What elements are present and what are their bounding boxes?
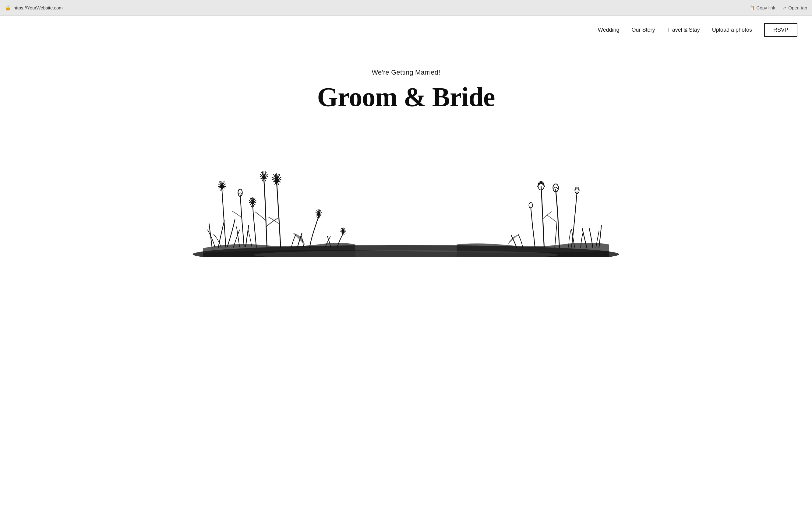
hero-subtitle: We're Getting Married!: [372, 69, 440, 76]
lock-icon: 🔒: [5, 5, 11, 11]
website-content: Wedding Our Story Travel & Stay Upload a…: [0, 16, 812, 531]
navigation: Wedding Our Story Travel & Stay Upload a…: [0, 16, 812, 44]
svg-point-10: [529, 203, 533, 208]
url-text: https://YourWebsite.com: [13, 5, 63, 10]
hero-section: We're Getting Married! Groom & Bride: [0, 44, 812, 257]
copy-icon: 📋: [749, 5, 755, 11]
svg-point-9: [553, 184, 559, 192]
svg-point-4: [238, 189, 243, 196]
svg-point-12: [254, 250, 558, 257]
svg-point-0: [193, 245, 619, 257]
nav-upload-photos[interactable]: Upload a photos: [712, 27, 752, 33]
svg-point-2: [275, 178, 279, 183]
hero-title: Groom & Bride: [317, 83, 495, 112]
svg-point-5: [317, 213, 320, 216]
nav-wedding[interactable]: Wedding: [598, 27, 620, 33]
svg-point-1: [262, 176, 266, 179]
address-bar: 🔒 https://YourWebsite.com: [5, 5, 63, 11]
open-tab-icon: ↗: [782, 5, 786, 11]
nav-travel-stay[interactable]: Travel & Stay: [667, 27, 700, 33]
browser-actions: 📋 Copy link ↗ Open tab: [749, 5, 807, 11]
svg-point-8: [538, 181, 544, 190]
nav-our-story[interactable]: Our Story: [632, 27, 655, 33]
open-tab-button[interactable]: ↗ Open tab: [782, 5, 807, 11]
browser-chrome: 🔒 https://YourWebsite.com 📋 Copy link ↗ …: [0, 0, 812, 16]
svg-point-6: [220, 185, 224, 189]
svg-point-11: [575, 187, 579, 194]
copy-link-button[interactable]: 📋 Copy link: [749, 5, 775, 11]
svg-point-3: [251, 202, 254, 205]
nav-rsvp-button[interactable]: RSVP: [764, 23, 797, 37]
floral-illustration: [0, 129, 812, 257]
svg-point-7: [342, 231, 345, 233]
